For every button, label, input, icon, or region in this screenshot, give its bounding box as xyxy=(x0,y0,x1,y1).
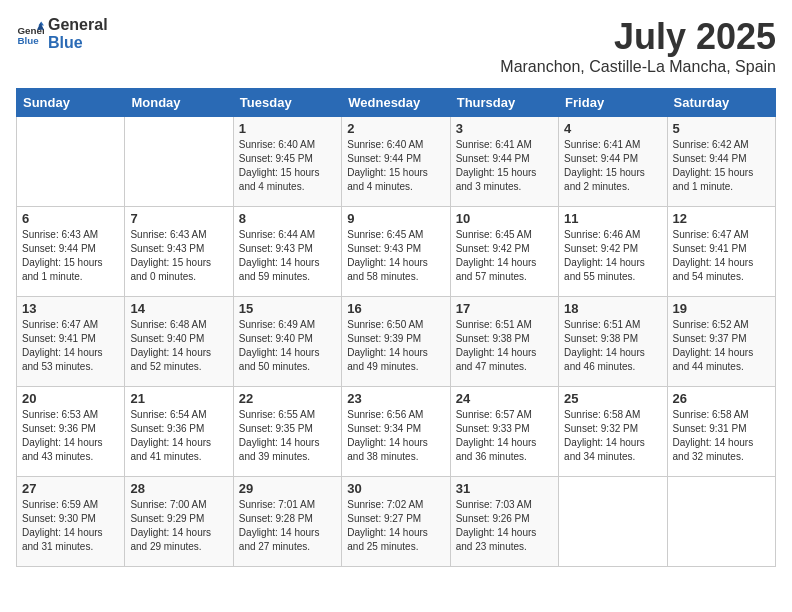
calendar-cell: 15Sunrise: 6:49 AM Sunset: 9:40 PM Dayli… xyxy=(233,297,341,387)
day-number: 24 xyxy=(456,391,553,406)
calendar-cell: 20Sunrise: 6:53 AM Sunset: 9:36 PM Dayli… xyxy=(17,387,125,477)
calendar-cell: 12Sunrise: 6:47 AM Sunset: 9:41 PM Dayli… xyxy=(667,207,775,297)
day-info: Sunrise: 7:00 AM Sunset: 9:29 PM Dayligh… xyxy=(130,498,227,554)
day-number: 7 xyxy=(130,211,227,226)
day-number: 30 xyxy=(347,481,444,496)
calendar-cell: 25Sunrise: 6:58 AM Sunset: 9:32 PM Dayli… xyxy=(559,387,667,477)
day-number: 16 xyxy=(347,301,444,316)
day-info: Sunrise: 6:40 AM Sunset: 9:45 PM Dayligh… xyxy=(239,138,336,194)
calendar-cell: 14Sunrise: 6:48 AM Sunset: 9:40 PM Dayli… xyxy=(125,297,233,387)
day-info: Sunrise: 7:01 AM Sunset: 9:28 PM Dayligh… xyxy=(239,498,336,554)
day-info: Sunrise: 6:51 AM Sunset: 9:38 PM Dayligh… xyxy=(564,318,661,374)
day-number: 10 xyxy=(456,211,553,226)
day-info: Sunrise: 6:53 AM Sunset: 9:36 PM Dayligh… xyxy=(22,408,119,464)
day-info: Sunrise: 6:49 AM Sunset: 9:40 PM Dayligh… xyxy=(239,318,336,374)
day-number: 6 xyxy=(22,211,119,226)
logo-blue: Blue xyxy=(48,34,108,52)
header-friday: Friday xyxy=(559,89,667,117)
calendar-cell: 9Sunrise: 6:45 AM Sunset: 9:43 PM Daylig… xyxy=(342,207,450,297)
calendar-cell: 22Sunrise: 6:55 AM Sunset: 9:35 PM Dayli… xyxy=(233,387,341,477)
calendar-cell: 19Sunrise: 6:52 AM Sunset: 9:37 PM Dayli… xyxy=(667,297,775,387)
calendar-cell: 2Sunrise: 6:40 AM Sunset: 9:44 PM Daylig… xyxy=(342,117,450,207)
day-header-row: SundayMondayTuesdayWednesdayThursdayFrid… xyxy=(17,89,776,117)
day-info: Sunrise: 6:48 AM Sunset: 9:40 PM Dayligh… xyxy=(130,318,227,374)
calendar-cell: 5Sunrise: 6:42 AM Sunset: 9:44 PM Daylig… xyxy=(667,117,775,207)
day-number: 5 xyxy=(673,121,770,136)
calendar-cell: 29Sunrise: 7:01 AM Sunset: 9:28 PM Dayli… xyxy=(233,477,341,567)
page-header: General Blue General Blue July 2025 Mara… xyxy=(16,16,776,76)
calendar-cell: 7Sunrise: 6:43 AM Sunset: 9:43 PM Daylig… xyxy=(125,207,233,297)
svg-text:Blue: Blue xyxy=(17,34,39,45)
day-info: Sunrise: 6:40 AM Sunset: 9:44 PM Dayligh… xyxy=(347,138,444,194)
calendar-cell: 21Sunrise: 6:54 AM Sunset: 9:36 PM Dayli… xyxy=(125,387,233,477)
calendar-cell: 28Sunrise: 7:00 AM Sunset: 9:29 PM Dayli… xyxy=(125,477,233,567)
calendar-cell: 24Sunrise: 6:57 AM Sunset: 9:33 PM Dayli… xyxy=(450,387,558,477)
day-info: Sunrise: 6:41 AM Sunset: 9:44 PM Dayligh… xyxy=(564,138,661,194)
calendar-cell: 1Sunrise: 6:40 AM Sunset: 9:45 PM Daylig… xyxy=(233,117,341,207)
day-info: Sunrise: 6:57 AM Sunset: 9:33 PM Dayligh… xyxy=(456,408,553,464)
day-number: 3 xyxy=(456,121,553,136)
day-number: 21 xyxy=(130,391,227,406)
day-number: 1 xyxy=(239,121,336,136)
header-wednesday: Wednesday xyxy=(342,89,450,117)
day-number: 12 xyxy=(673,211,770,226)
day-info: Sunrise: 6:44 AM Sunset: 9:43 PM Dayligh… xyxy=(239,228,336,284)
day-number: 15 xyxy=(239,301,336,316)
day-number: 17 xyxy=(456,301,553,316)
day-info: Sunrise: 6:50 AM Sunset: 9:39 PM Dayligh… xyxy=(347,318,444,374)
day-info: Sunrise: 6:42 AM Sunset: 9:44 PM Dayligh… xyxy=(673,138,770,194)
calendar-cell: 6Sunrise: 6:43 AM Sunset: 9:44 PM Daylig… xyxy=(17,207,125,297)
calendar-cell: 16Sunrise: 6:50 AM Sunset: 9:39 PM Dayli… xyxy=(342,297,450,387)
calendar-week-3: 13Sunrise: 6:47 AM Sunset: 9:41 PM Dayli… xyxy=(17,297,776,387)
day-number: 19 xyxy=(673,301,770,316)
day-info: Sunrise: 6:59 AM Sunset: 9:30 PM Dayligh… xyxy=(22,498,119,554)
day-number: 13 xyxy=(22,301,119,316)
day-info: Sunrise: 6:43 AM Sunset: 9:44 PM Dayligh… xyxy=(22,228,119,284)
calendar-cell: 8Sunrise: 6:44 AM Sunset: 9:43 PM Daylig… xyxy=(233,207,341,297)
day-info: Sunrise: 6:55 AM Sunset: 9:35 PM Dayligh… xyxy=(239,408,336,464)
month-title: July 2025 xyxy=(500,16,776,58)
calendar-cell xyxy=(17,117,125,207)
header-sunday: Sunday xyxy=(17,89,125,117)
calendar-table: SundayMondayTuesdayWednesdayThursdayFrid… xyxy=(16,88,776,567)
day-info: Sunrise: 7:02 AM Sunset: 9:27 PM Dayligh… xyxy=(347,498,444,554)
day-number: 2 xyxy=(347,121,444,136)
day-info: Sunrise: 6:51 AM Sunset: 9:38 PM Dayligh… xyxy=(456,318,553,374)
location-title: Maranchon, Castille-La Mancha, Spain xyxy=(500,58,776,76)
day-info: Sunrise: 7:03 AM Sunset: 9:26 PM Dayligh… xyxy=(456,498,553,554)
header-monday: Monday xyxy=(125,89,233,117)
calendar-cell: 10Sunrise: 6:45 AM Sunset: 9:42 PM Dayli… xyxy=(450,207,558,297)
calendar-cell: 26Sunrise: 6:58 AM Sunset: 9:31 PM Dayli… xyxy=(667,387,775,477)
calendar-cell xyxy=(125,117,233,207)
calendar-cell: 13Sunrise: 6:47 AM Sunset: 9:41 PM Dayli… xyxy=(17,297,125,387)
day-info: Sunrise: 6:58 AM Sunset: 9:32 PM Dayligh… xyxy=(564,408,661,464)
calendar-week-2: 6Sunrise: 6:43 AM Sunset: 9:44 PM Daylig… xyxy=(17,207,776,297)
day-info: Sunrise: 6:47 AM Sunset: 9:41 PM Dayligh… xyxy=(673,228,770,284)
calendar-cell: 30Sunrise: 7:02 AM Sunset: 9:27 PM Dayli… xyxy=(342,477,450,567)
day-number: 29 xyxy=(239,481,336,496)
day-info: Sunrise: 6:45 AM Sunset: 9:43 PM Dayligh… xyxy=(347,228,444,284)
day-number: 14 xyxy=(130,301,227,316)
day-info: Sunrise: 6:58 AM Sunset: 9:31 PM Dayligh… xyxy=(673,408,770,464)
header-thursday: Thursday xyxy=(450,89,558,117)
calendar-cell: 27Sunrise: 6:59 AM Sunset: 9:30 PM Dayli… xyxy=(17,477,125,567)
day-number: 25 xyxy=(564,391,661,406)
day-number: 27 xyxy=(22,481,119,496)
day-info: Sunrise: 6:56 AM Sunset: 9:34 PM Dayligh… xyxy=(347,408,444,464)
day-number: 23 xyxy=(347,391,444,406)
day-info: Sunrise: 6:46 AM Sunset: 9:42 PM Dayligh… xyxy=(564,228,661,284)
day-number: 31 xyxy=(456,481,553,496)
logo-general: General xyxy=(48,16,108,34)
day-info: Sunrise: 6:54 AM Sunset: 9:36 PM Dayligh… xyxy=(130,408,227,464)
calendar-cell: 11Sunrise: 6:46 AM Sunset: 9:42 PM Dayli… xyxy=(559,207,667,297)
logo: General Blue General Blue xyxy=(16,16,108,51)
day-number: 9 xyxy=(347,211,444,226)
day-number: 11 xyxy=(564,211,661,226)
day-info: Sunrise: 6:52 AM Sunset: 9:37 PM Dayligh… xyxy=(673,318,770,374)
day-info: Sunrise: 6:41 AM Sunset: 9:44 PM Dayligh… xyxy=(456,138,553,194)
day-number: 26 xyxy=(673,391,770,406)
calendar-cell: 18Sunrise: 6:51 AM Sunset: 9:38 PM Dayli… xyxy=(559,297,667,387)
header-tuesday: Tuesday xyxy=(233,89,341,117)
calendar-week-1: 1Sunrise: 6:40 AM Sunset: 9:45 PM Daylig… xyxy=(17,117,776,207)
header-saturday: Saturday xyxy=(667,89,775,117)
